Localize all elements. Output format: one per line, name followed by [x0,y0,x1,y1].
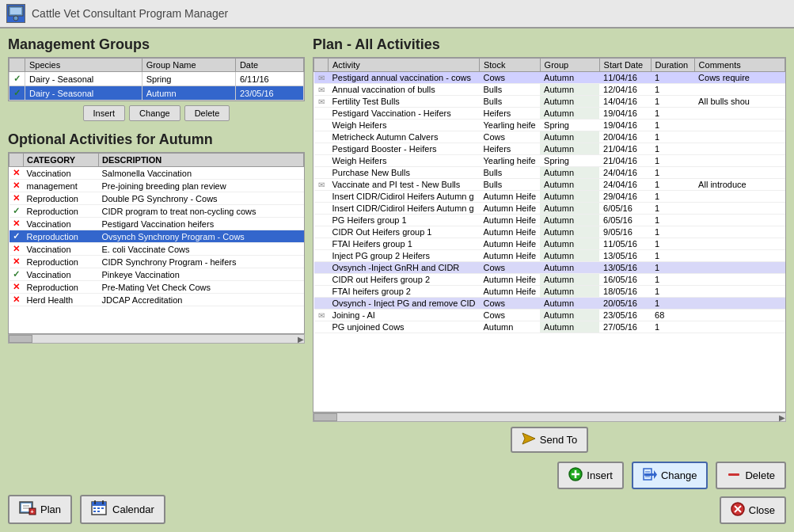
table-row[interactable]: ✉ Joining - AI Cows Autumn 23/05/16 68 [314,310,785,321]
table-row[interactable]: PG unjoined Cows Autumn Autumn 27/05/16 … [314,321,785,333]
no-mail [314,250,329,262]
list-item[interactable]: ✕ Vaccination Salmonella Vaccination [9,167,304,180]
row-group: Autumn [540,167,599,179]
plan-scrollbar[interactable]: ▶ [313,412,786,422]
table-row[interactable]: CIDR Out Heifers group 1 Autumn Heife Au… [314,226,785,238]
table-row[interactable]: Weigh Heifers Yearling heife Spring 19/0… [314,120,785,131]
scroll-thumb[interactable] [9,335,32,343]
col-category: CATEGORY [24,154,99,167]
insert-button[interactable]: Insert [557,462,624,489]
list-item[interactable]: ✕ Reproduction Double PG Synchrony - Cow… [9,192,304,205]
row-activity: Weigh Heifers [329,155,480,167]
row-stock: Autumn Heife [479,226,540,238]
row-duration: 1 [651,203,694,215]
row-species: Dairy - Seasonal [25,86,142,101]
no-mail [314,120,329,131]
table-row[interactable]: ✓ Dairy - Seasonal Autumn 23/05/16 [9,86,304,101]
list-item[interactable]: ✕ Herd Health JDCAP Accreditation [9,294,304,306]
table-row[interactable]: ✉ Annual vaccination of bulls Bulls Autu… [314,84,785,96]
list-item[interactable]: ✕ Vaccination E. coli Vaccinate Cows [9,243,304,256]
delete-button[interactable]: Delete [716,462,786,489]
mg-change-button[interactable]: Change [129,105,180,121]
row-description: Pre-joining breeding plan review [99,180,304,192]
plan-scroll-thumb[interactable] [313,413,337,421]
table-row[interactable]: PG Heifers group 1 Autumn Heife Autumn 6… [314,215,785,226]
table-row[interactable]: ✉ Pestigard annual vaccination - cows Co… [314,72,785,84]
row-activity: Weigh Heifers [329,120,480,131]
svg-rect-28 [728,473,739,476]
list-item[interactable]: ✕ Reproduction CIDR Synchrony Program - … [9,256,304,268]
table-row[interactable]: FTAI Heifers group 1 Autumn Heife Autumn… [314,238,785,250]
col-species: Species [25,59,142,72]
list-item[interactable]: ✕ Reproduction Pre-Mating Vet Check Cows [9,281,304,294]
row-start-date: 23/05/16 [599,310,651,321]
row-comments: All bulls shou [694,96,785,108]
row-comments: All introduce [694,179,785,191]
row-group: Spring [540,120,599,131]
table-row[interactable]: Inject PG group 2 Heifers Autumn Heife A… [314,250,785,262]
table-row[interactable]: Pestigard Booster - Heifers Heifers Autu… [314,143,785,155]
row-stock: Heifers [479,143,540,155]
row-group: Autumn [540,321,599,333]
close-button[interactable]: Close [720,496,786,524]
activities-scrollbar[interactable]: ▶ [8,334,305,344]
table-row[interactable]: ✉ Fertility Test Bulls Bulls Autumn 14/0… [314,96,785,108]
plan-button[interactable]: + Plan [8,495,72,524]
row-comments [694,286,785,298]
table-row[interactable]: FTAI heifers group 2 Autumn Heife Autumn… [314,286,785,298]
table-row[interactable]: Metricheck Autumn Calvers Cows Autumn 20… [314,131,785,143]
list-item[interactable]: ✓ Reproduction CIDR program to treat non… [9,205,304,218]
row-comments [694,321,785,333]
row-start-date: 16/05/16 [599,274,651,286]
table-row[interactable]: Ovsynch -Inject GnRH and CIDR Cows Autum… [314,262,785,274]
row-duration: 68 [651,310,694,321]
list-item[interactable]: ✕ management Pre-joining breeding plan r… [9,180,304,192]
row-stock: Bulls [479,96,540,108]
row-duration: 1 [651,120,694,131]
row-group: Autumn [540,286,599,298]
table-row[interactable]: CIDR out Heifers group 2 Autumn Heife Au… [314,274,785,286]
row-description: Pre-Mating Vet Check Cows [99,281,304,294]
no-mail [314,155,329,167]
table-row[interactable]: Insert CIDR/Cidirol Heifers Autumn g Aut… [314,203,785,215]
row-duration: 1 [651,155,694,167]
row-activity: Insert CIDR/Cidirol Heifers Autumn g [329,191,480,203]
table-row[interactable]: Ovsynch - Inject PG and remove CID Cows … [314,298,785,310]
table-row[interactable]: Pestigard Vaccination - Heifers Heifers … [314,108,785,120]
calendar-button[interactable]: Calendar [80,495,165,524]
row-comments [694,238,785,250]
row-comments [694,310,785,321]
table-row[interactable]: ✓ Dairy - Seasonal Spring 6/11/16 [9,72,304,86]
send-to-button[interactable]: Send To [511,427,588,453]
list-item[interactable]: ✓ Reproduction Ovsynch Synchrony Program… [9,230,304,243]
plan-table-wrapper[interactable]: Activity Stock Group Start Date Duration… [313,57,786,412]
no-mail [314,191,329,203]
row-start-date: 27/05/16 [599,321,651,333]
row-group: Autumn [540,215,599,226]
row-stock: Bulls [479,167,540,179]
row-status: ✓ [9,205,24,218]
table-row[interactable]: ✉ Vaccinate and PI test - New Bulls Bull… [314,179,785,191]
list-item[interactable]: ✕ Vaccination Pestigard Vaccination heif… [9,218,304,230]
table-row[interactable]: Insert CIDR/Cidirol Heifers Autumn g Aut… [314,191,785,203]
list-item[interactable]: ✓ Vaccination Pinkeye Vaccination [9,268,304,281]
table-row[interactable]: Weigh Heifers Yearling heife Spring 21/0… [314,155,785,167]
row-duration: 1 [651,131,694,143]
row-category: Reproduction [24,281,99,294]
row-activity: PG unjoined Cows [329,321,480,333]
table-row[interactable]: Purchase New Bulls Bulls Autumn 24/04/16… [314,167,785,179]
row-stock: Autumn Heife [479,203,540,215]
mg-insert-button[interactable]: Insert [83,105,126,121]
optional-activities-section: Optional Activities for Autumn CATEGORY … [8,131,305,488]
row-duration: 1 [651,143,694,155]
calendar-label: Calendar [112,504,154,515]
insert-icon [568,467,583,484]
row-start-date: 13/05/16 [599,262,651,274]
mg-delete-button[interactable]: Delete [184,105,230,121]
no-mail [314,262,329,274]
col-duration: Duration [651,59,694,72]
row-stock: Cows [479,310,540,321]
change-button[interactable]: Change [632,462,709,489]
activities-table-wrapper[interactable]: CATEGORY DESCRIPTION ✕ Vaccination Salmo… [8,152,305,334]
mail-icon: ✉ [314,72,329,84]
